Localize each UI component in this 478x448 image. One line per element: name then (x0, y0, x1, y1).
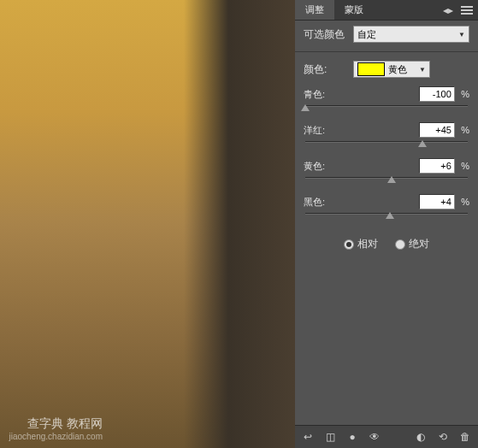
black-slider[interactable] (305, 213, 468, 215)
tab-masks[interactable]: 蒙版 (334, 0, 374, 20)
magenta-slider[interactable] (305, 141, 468, 143)
absolute-radio-item[interactable]: 绝对 (395, 237, 429, 251)
color-swatch (357, 62, 385, 76)
color-name: 黄色 (388, 63, 407, 76)
cyan-slider[interactable] (305, 105, 468, 107)
visibility-icon[interactable]: 👁 (367, 429, 382, 445)
black-label: 黑色: (304, 196, 325, 209)
relative-radio[interactable] (344, 239, 354, 250)
preset-row: 可选颜色 自定 (295, 21, 478, 48)
panel-tabs: 调整 蒙版 ◂▸ (295, 0, 478, 21)
method-row: 相对 绝对 (295, 227, 478, 262)
cyan-value-input[interactable] (419, 86, 455, 102)
new-layer-icon[interactable]: ◫ (322, 429, 338, 445)
magenta-value-input[interactable] (419, 122, 455, 138)
adjustment-title: 可选颜色 (304, 27, 348, 42)
preset-dropdown[interactable]: 自定 (353, 26, 469, 43)
collapse-icon[interactable]: ◂▸ (440, 3, 456, 18)
yellow-value-input[interactable] (419, 158, 455, 174)
color-dropdown[interactable]: 黄色 (353, 61, 430, 78)
absolute-label: 绝对 (409, 237, 429, 251)
return-icon[interactable]: ↩ (300, 429, 316, 445)
magenta-label: 洋红: (304, 124, 325, 137)
relative-radio-item[interactable]: 相对 (344, 237, 378, 251)
clip-icon[interactable]: ● (345, 429, 360, 445)
reset-icon[interactable]: ⟲ (435, 429, 451, 445)
separator (295, 51, 478, 52)
percent-sign: % (461, 125, 469, 135)
yellow-slider[interactable] (305, 177, 468, 179)
relative-label: 相对 (357, 237, 378, 251)
magenta-thumb[interactable] (418, 140, 427, 147)
panel-bottom-bar: ↩ ◫ ● 👁 ◐ ⟲ 🗑 (295, 425, 478, 448)
watermark-main: 查字典 教程网 (9, 416, 103, 432)
preset-value: 自定 (357, 28, 376, 41)
absolute-radio[interactable] (395, 239, 405, 250)
watermark-sub: jiaocheng.chazidian.com (9, 432, 103, 441)
yellow-label: 黄色: (304, 160, 325, 173)
color-row: 颜色: 黄色 (295, 56, 478, 83)
percent-sign: % (461, 161, 469, 171)
yellow-thumb[interactable] (387, 176, 396, 183)
adjustments-panel: 调整 蒙版 ◂▸ 可选颜色 自定 颜色: 黄色 青色: % (295, 0, 478, 448)
trash-icon[interactable]: 🗑 (457, 429, 473, 445)
panel-menu-icon[interactable] (459, 3, 475, 18)
black-thumb[interactable] (386, 212, 394, 219)
tab-adjustments[interactable]: 调整 (295, 0, 334, 20)
black-slider-row: 黑色: % (295, 191, 478, 227)
watermark: 查字典 教程网 jiaocheng.chazidian.com (9, 416, 103, 441)
percent-sign: % (461, 197, 469, 207)
black-value-input[interactable] (419, 194, 455, 209)
magenta-slider-row: 洋红: % (295, 119, 478, 155)
cyan-label: 青色: (304, 88, 325, 101)
percent-sign: % (461, 89, 469, 99)
color-label: 颜色: (304, 62, 348, 77)
yellow-slider-row: 黄色: % (295, 155, 478, 191)
canvas-preview: 查字典 教程网 jiaocheng.chazidian.com (0, 0, 295, 448)
cyan-thumb[interactable] (301, 104, 310, 111)
previous-state-icon[interactable]: ◐ (413, 429, 428, 445)
cyan-slider-row: 青色: % (295, 83, 478, 119)
